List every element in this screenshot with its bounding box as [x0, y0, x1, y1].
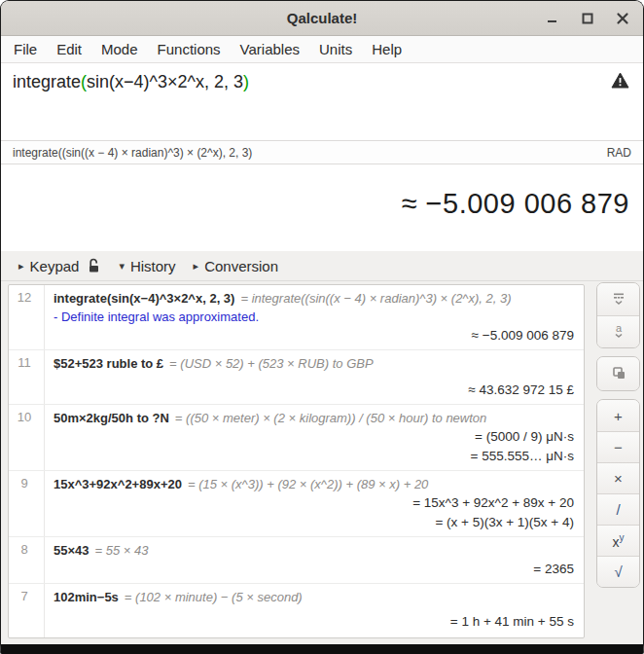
- history-action-buttons: a + −: [596, 282, 640, 596]
- history-panel: 12 integrate(sin(x−4)^3×2^x, 2, 3)= inte…: [1, 281, 643, 644]
- chevron-right-icon: ▸: [18, 260, 24, 272]
- history-input: integrate(sin(x−4)^3×2^x, 2, 3): [54, 291, 234, 306]
- sqrt-button[interactable]: √: [597, 556, 639, 587]
- insert-value-button[interactable]: [597, 283, 639, 315]
- qalculate-window: Qalculate! File Edit Mode Functions Vari…: [0, 0, 644, 654]
- multiply-button[interactable]: ×: [597, 462, 639, 493]
- window-controls: [542, 1, 633, 35]
- menu-file[interactable]: File: [4, 38, 47, 60]
- history-parsed: = (15 × (x^3)) + (92 × (x^2)) + (89 × x)…: [188, 477, 428, 491]
- expression-input[interactable]: integrate(sin(x−4)^3×2^x, 2, 3): [1, 63, 643, 140]
- history-result: = 1 h + 41 min + 55 s: [54, 612, 576, 632]
- history-note: - Definite integral was approximated.: [54, 308, 576, 326]
- titlebar[interactable]: Qalculate!: [1, 1, 643, 36]
- history-input: $52+523 ruble to £: [54, 356, 163, 371]
- warning-icon[interactable]: [611, 72, 629, 92]
- history-parsed: = integrate((sin((x − 4) × radian)^3) × …: [240, 291, 511, 306]
- result-area: ≈ −5.009 006 879: [1, 164, 643, 251]
- history-index: 8: [9, 542, 40, 557]
- history-toggle[interactable]: ▾ History: [115, 256, 179, 276]
- history-label: History: [130, 258, 176, 274]
- copy-group: [596, 356, 640, 391]
- angle-mode-indicator: RAD: [607, 146, 631, 160]
- history-parsed: = (102 × minute) − (5 × second): [125, 590, 303, 604]
- menu-help[interactable]: Help: [362, 38, 411, 60]
- parsed-expression: integrate((sin((x − 4) × radian)^3) × (2…: [13, 146, 252, 160]
- copy-button[interactable]: [597, 357, 639, 390]
- close-button[interactable]: [612, 8, 633, 29]
- history-result: = 2365: [54, 560, 576, 579]
- history-parsed: = (USD × 52) + (523 × RUB) to GBP: [169, 356, 374, 371]
- history-input: 55×43: [54, 543, 89, 558]
- maximize-button[interactable]: [577, 8, 598, 29]
- result-value: ≈ −5.009 006 879: [402, 188, 629, 220]
- history-row[interactable]: 12 integrate(sin(x−4)^3×2^x, 2, 3)= inte…: [9, 285, 584, 349]
- history-input: 15x^3+92x^2+89x+20: [54, 477, 182, 491]
- insert-text-button[interactable]: a: [597, 315, 639, 347]
- history-result: = (5000 / 9) μN·s: [54, 427, 576, 447]
- menu-mode[interactable]: Mode: [91, 38, 148, 60]
- expression-text: integrate(sin(x−4)^3×2^x, 2, 3): [13, 72, 249, 92]
- svg-text:a: a: [615, 323, 622, 334]
- history-row[interactable]: 10 50m×2kg/50h to ?N= ((50 × meter) × (2…: [9, 404, 584, 470]
- history-index: 11: [9, 355, 40, 370]
- expression-body: sin(x−4)^3×2^x, 2, 3: [87, 72, 243, 91]
- menubar: File Edit Mode Functions Variables Units…: [1, 36, 643, 63]
- history-input: 102min−5s: [54, 590, 119, 604]
- unlock-icon[interactable]: [87, 258, 101, 273]
- power-exp-label: y: [620, 532, 625, 543]
- history-result: ≈ 43.632 972 15 £: [54, 381, 576, 400]
- history-result: = 555.555… μN·s: [54, 447, 576, 466]
- power-button[interactable]: xy: [597, 525, 639, 556]
- history-index: 12: [9, 290, 40, 305]
- divide-button[interactable]: /: [597, 493, 639, 525]
- conversion-label: Conversion: [204, 258, 278, 274]
- window-title: Qalculate!: [287, 10, 358, 26]
- keypad-label: Keypad: [30, 258, 80, 274]
- copy-icon: [611, 365, 626, 383]
- history-result: = 15x^3 + 92x^2 + 89x + 20: [54, 493, 576, 513]
- insert-group: a: [596, 282, 640, 348]
- menu-functions[interactable]: Functions: [148, 38, 231, 60]
- conversion-toggle[interactable]: ▸ Conversion: [190, 256, 282, 276]
- menu-variables[interactable]: Variables: [231, 38, 309, 60]
- operator-group: + − × / xy √: [596, 399, 640, 588]
- history-row[interactable]: 11 $52+523 ruble to £= (USD × 52) + (523…: [9, 349, 584, 404]
- multiply-label: ×: [614, 470, 623, 487]
- history-row[interactable]: 7 102min−5s= (102 × minute) − (5 × secon…: [9, 583, 584, 636]
- history-parsed: = 55 × 43: [95, 543, 149, 558]
- history-result: ≈ −5.009 006 879: [54, 326, 576, 345]
- minus-button[interactable]: −: [597, 431, 639, 462]
- history-result: = (x + 5)(3x + 1)(5x + 4): [54, 513, 576, 532]
- status-bar: integrate((sin((x − 4) × radian)^3) × (2…: [1, 140, 643, 164]
- history-index: 10: [9, 410, 40, 424]
- insert-value-icon: [611, 291, 626, 309]
- minus-label: −: [614, 439, 623, 455]
- menu-edit[interactable]: Edit: [47, 38, 91, 60]
- history-row[interactable]: 8 55×43= 55 × 43 = 2365: [9, 536, 584, 583]
- history-parsed: = ((50 × meter) × (2 × kilogram)) / (50 …: [175, 411, 486, 425]
- chevron-right-icon: ▸: [194, 260, 199, 272]
- insert-text-icon: a: [611, 323, 626, 342]
- history-row[interactable]: 9 15x^3+92x^2+89x+20= (15 × (x^3)) + (92…: [9, 470, 584, 536]
- plus-button[interactable]: +: [597, 400, 639, 431]
- panel-toggle-bar: ▸ Keypad ▾ History ▸ Conversion: [1, 251, 643, 281]
- history-list[interactable]: 12 integrate(sin(x−4)^3×2^x, 2, 3)= inte…: [8, 284, 585, 638]
- expression-func: integrate: [13, 72, 81, 91]
- sqrt-label: √: [614, 563, 622, 580]
- chevron-down-icon: ▾: [119, 260, 125, 272]
- history-index: 9: [9, 476, 40, 490]
- power-base-label: x: [613, 533, 620, 549]
- minimize-button[interactable]: [542, 8, 563, 29]
- keypad-toggle[interactable]: ▸ Keypad: [15, 256, 105, 276]
- history-index: 7: [9, 589, 40, 603]
- plus-label: +: [614, 408, 623, 424]
- menu-units[interactable]: Units: [309, 38, 362, 60]
- matched-paren-close: ): [243, 72, 249, 91]
- history-input: 50m×2kg/50h to ?N: [54, 411, 169, 425]
- divide-label: /: [616, 501, 620, 518]
